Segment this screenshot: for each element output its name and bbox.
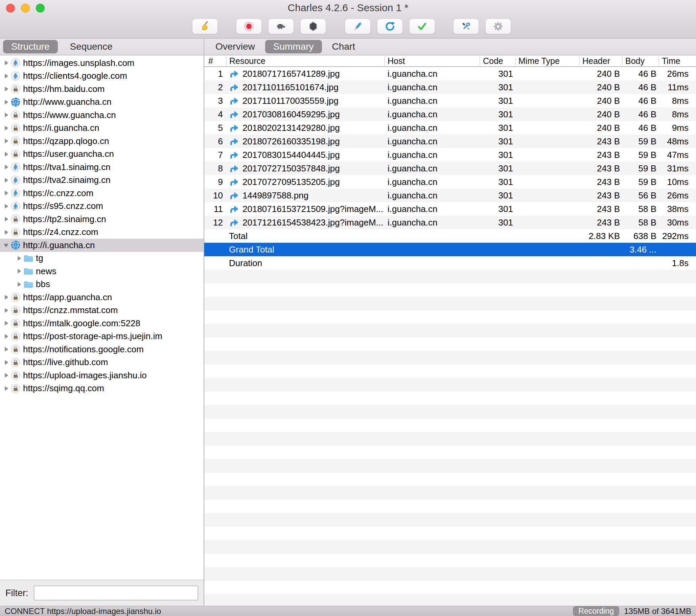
tree-item[interactable]: https://i.guancha.cn (0, 122, 204, 135)
disclosure-right-icon[interactable] (2, 98, 10, 106)
request-row[interactable]: 620180726160335198.jpgi.guancha.cn301243… (204, 134, 696, 148)
clear-session-button[interactable] (192, 19, 218, 34)
disclosure-right-icon[interactable] (2, 320, 10, 327)
resource-name: 20180726160335198.jpg (242, 134, 340, 148)
request-row[interactable]: 820170727150357848.jpgi.guancha.cn301243… (204, 162, 696, 175)
tree-item[interactable]: https://live.github.com (0, 356, 204, 369)
cell-header: 240 B (579, 121, 622, 134)
cell-header: 243 B (579, 189, 622, 202)
disclosure-right-icon[interactable] (15, 255, 23, 262)
request-row[interactable]: 1120180716153721509.jpg?imageM...i.guanc… (204, 202, 696, 216)
tree-item[interactable]: https://mtalk.google.com:5228 (0, 317, 204, 330)
tree-item[interactable]: https://images.unsplash.com (0, 56, 204, 70)
record-button[interactable] (236, 19, 262, 34)
column-header-mime[interactable]: Mime Type (515, 55, 579, 66)
settings-button[interactable] (485, 19, 511, 34)
disclosure-right-icon[interactable] (2, 372, 10, 379)
request-row[interactable]: 420170308160459295.jpgi.guancha.cn301240… (204, 108, 696, 121)
tree-item[interactable]: https://notifications.google.com (0, 343, 204, 356)
compose-button[interactable] (345, 19, 371, 34)
tree-item[interactable]: bbs (0, 278, 204, 291)
disclosure-right-icon[interactable] (2, 85, 10, 93)
column-header-time[interactable]: Time (659, 55, 696, 66)
disclosure-right-icon[interactable] (2, 72, 10, 80)
tree-item[interactable]: https://s95.cnzz.com (0, 200, 204, 213)
tree-item[interactable]: https://c.cnzz.com (0, 187, 204, 200)
tree-item[interactable]: https://sqimg.qq.com (0, 382, 204, 395)
column-header-num[interactable]: # (204, 55, 226, 66)
request-row[interactable]: 101449897588.pngi.guancha.cn301243 B56 B… (204, 189, 696, 202)
disclosure-right-icon[interactable] (2, 359, 10, 366)
filter-input[interactable] (34, 586, 198, 600)
tree-item[interactable]: http://i.guancha.cn (0, 239, 204, 252)
column-header-body[interactable]: Body (622, 55, 659, 66)
disclosure-right-icon[interactable] (2, 150, 10, 158)
tree-item[interactable]: https://user.guancha.cn (0, 148, 204, 161)
tab-sequence[interactable]: Sequence (70, 41, 113, 52)
disclosure-right-icon[interactable] (15, 281, 23, 288)
request-row[interactable]: 920170727095135205.jpgi.guancha.cn301243… (204, 175, 696, 189)
tree-item[interactable]: https://z4.cnzz.com (0, 226, 204, 239)
tree-item[interactable]: http://www.guancha.cn (0, 96, 204, 109)
summary-row-grand-total[interactable]: Grand Total3.46 ... (204, 243, 696, 256)
tools-button[interactable] (453, 19, 479, 34)
tree-item[interactable]: https://app.guancha.cn (0, 291, 204, 304)
summary-row-total[interactable]: Total2.83 KB638 B292ms (204, 229, 696, 243)
request-row[interactable]: 720170830154404445.jpgi.guancha.cn301243… (204, 148, 696, 162)
disclosure-right-icon[interactable] (2, 163, 10, 171)
disclosure-right-icon[interactable] (2, 293, 10, 301)
disclosure-down-icon[interactable] (2, 241, 10, 249)
tree-item[interactable]: tg (0, 252, 204, 265)
disclosure-right-icon[interactable] (2, 125, 10, 132)
repeat-button[interactable] (377, 19, 403, 34)
disclosure-right-icon[interactable] (15, 268, 23, 275)
column-header-header[interactable]: Header (579, 55, 622, 66)
tree-item[interactable]: news (0, 265, 204, 278)
disclosure-right-icon[interactable] (2, 202, 10, 210)
tree-item[interactable]: https://hm.baidu.com (0, 82, 204, 96)
disclosure-right-icon[interactable] (2, 189, 10, 197)
cell-time: 292ms (659, 229, 696, 243)
resource-name: 20170830154404445.jpg (242, 148, 340, 162)
request-row[interactable]: 1220171216154538423.jpg?imageM...i.guanc… (204, 216, 696, 229)
disclosure-right-icon[interactable] (2, 229, 10, 236)
request-row[interactable]: 320171101170035559.jpgi.guancha.cn301240… (204, 94, 696, 108)
tree-item[interactable]: https://www.guancha.cn (0, 109, 204, 122)
request-row[interactable]: 520180202131429280.jpgi.guancha.cn301240… (204, 121, 696, 134)
disclosure-right-icon[interactable] (2, 333, 10, 340)
throttle-button[interactable] (268, 19, 294, 34)
resource-name: 20171216154538423.jpg?imageM... (242, 216, 383, 229)
tree-item[interactable]: https://qzapp.qlogo.cn (0, 134, 204, 148)
disclosure-right-icon[interactable] (2, 385, 10, 392)
validate-button[interactable] (409, 19, 435, 34)
cell-header (579, 243, 622, 256)
column-header-host[interactable]: Host (384, 55, 479, 66)
column-header-resource[interactable]: Resource (226, 55, 384, 66)
tree-item[interactable]: https://tp2.sinaimg.cn (0, 213, 204, 226)
tab-overview[interactable]: Overview (216, 41, 255, 52)
disclosure-right-icon[interactable] (2, 307, 10, 314)
tab-chart[interactable]: Chart (332, 41, 355, 52)
request-row[interactable]: 220171101165101674.jpgi.guancha.cn301240… (204, 80, 696, 94)
tab-summary[interactable]: Summary (265, 40, 322, 53)
tree-item[interactable]: https://cnzz.mmstat.com (0, 304, 204, 317)
tree-item[interactable]: https://upload-images.jianshu.io (0, 369, 204, 382)
request-row[interactable]: 120180717165741289.jpgi.guancha.cn301240… (204, 67, 696, 80)
disclosure-right-icon[interactable] (2, 111, 10, 119)
check-icon (417, 21, 427, 32)
disclosure-right-icon[interactable] (2, 137, 10, 145)
disclosure-right-icon[interactable] (2, 345, 10, 353)
tree-item[interactable]: https://tva2.sinaimg.cn (0, 174, 204, 187)
tree-item[interactable]: https://post-storage-api-ms.juejin.im (0, 330, 204, 343)
cell-host: i.guancha.cn (384, 175, 479, 189)
column-header-code[interactable]: Code (479, 55, 515, 66)
summary-row-duration[interactable]: Duration1.8s (204, 256, 696, 270)
tree-item[interactable]: https://tva1.sinaimg.cn (0, 161, 204, 174)
breakpoints-button[interactable] (300, 19, 326, 34)
disclosure-right-icon[interactable] (2, 177, 10, 184)
tree-item[interactable]: https://clients4.google.com (0, 70, 204, 83)
tab-structure[interactable]: Structure (3, 40, 58, 53)
disclosure-right-icon[interactable] (2, 215, 10, 223)
disclosure-right-icon[interactable] (2, 59, 10, 67)
table-header: #ResourceHostCodeMime TypeHeaderBodyTime (204, 55, 696, 67)
